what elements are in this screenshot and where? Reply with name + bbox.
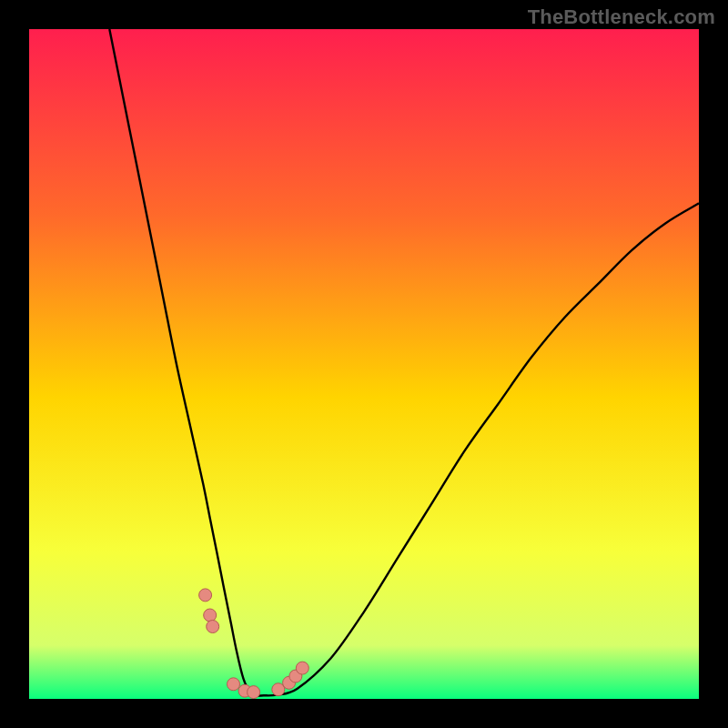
curve-marker <box>228 678 240 691</box>
curve-marker <box>207 621 219 633</box>
curve-marker <box>248 686 260 699</box>
plot-svg <box>29 29 699 699</box>
curve-marker <box>199 589 212 602</box>
curve-marker <box>204 609 217 622</box>
curve-marker <box>296 662 308 674</box>
chart-frame: TheBottleneck.com <box>0 0 728 728</box>
attribution-watermark: TheBottleneck.com <box>528 5 715 29</box>
plot-area <box>29 29 699 699</box>
